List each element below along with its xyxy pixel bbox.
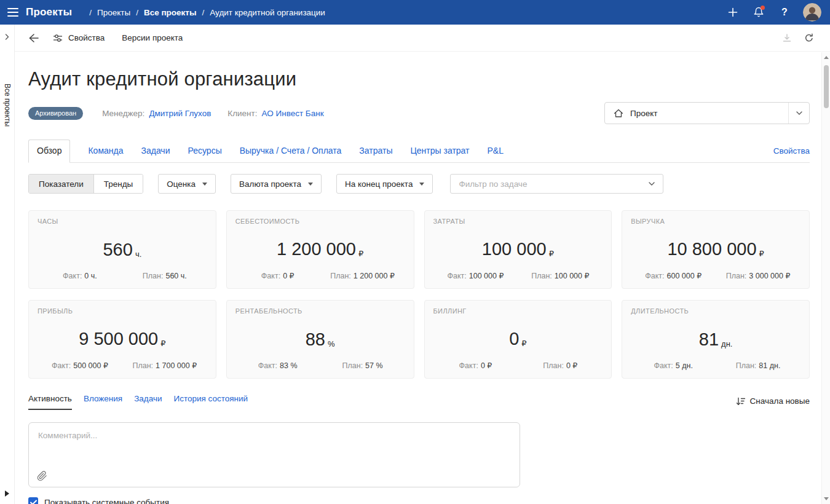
tab-costs[interactable]: Затраты bbox=[359, 140, 392, 162]
main-tabbar: Обзор Команда Задачи Ресурсы Выручка / С… bbox=[28, 140, 810, 163]
breadcrumb-item-all-projects[interactable]: Все проекты bbox=[144, 8, 197, 17]
house-icon bbox=[614, 109, 623, 118]
metric-unit: ч. bbox=[135, 250, 141, 259]
toggle-trends[interactable]: Тренды bbox=[93, 175, 143, 193]
metric-label: ВЫРУЧКА bbox=[631, 218, 800, 225]
project-versions-button[interactable]: Версии проекта bbox=[122, 33, 183, 42]
expand-panel-chevron-icon[interactable] bbox=[5, 34, 9, 40]
metric-unit: ₽ bbox=[549, 250, 554, 258]
metric-number: 10 800 000 bbox=[667, 240, 756, 258]
tab-pnl[interactable]: P&L bbox=[487, 140, 503, 162]
caret-down-icon bbox=[419, 183, 424, 186]
plan-value: 0 ₽ bbox=[566, 361, 577, 370]
refresh-icon[interactable] bbox=[804, 33, 814, 43]
main-area: Свойства Версии проекта Аудит кредитной … bbox=[15, 25, 830, 504]
plan-value: 57 % bbox=[365, 361, 383, 370]
fact-value: 600 000 ₽ bbox=[667, 272, 702, 280]
tab-team[interactable]: Команда bbox=[88, 140, 123, 162]
import-download-icon[interactable] bbox=[782, 33, 792, 43]
hamburger-menu-icon[interactable] bbox=[0, 0, 26, 25]
add-button[interactable] bbox=[722, 2, 743, 23]
toggle-indicators[interactable]: Показатели bbox=[29, 175, 93, 193]
tab-activity-tasks[interactable]: Задачи bbox=[134, 394, 162, 410]
view-toggle: Показатели Тренды bbox=[28, 174, 143, 194]
back-button[interactable] bbox=[28, 33, 39, 43]
sort-order-button[interactable]: Сначала новые bbox=[736, 396, 810, 410]
properties-button-label: Свойства bbox=[68, 33, 105, 42]
manager-link[interactable]: Дмитрий Глухов bbox=[149, 109, 211, 118]
tab-tasks[interactable]: Задачи bbox=[141, 140, 170, 162]
tab-overview[interactable]: Обзор bbox=[28, 140, 70, 163]
fact-value: 0 ₽ bbox=[283, 272, 294, 280]
properties-link[interactable]: Свойства bbox=[773, 146, 810, 162]
metric-card-costs: ЗАТРАТЫ 100 000₽ Факт:100 000 ₽ План:100… bbox=[424, 210, 612, 289]
system-events-checkbox[interactable] bbox=[28, 497, 38, 504]
comment-input[interactable] bbox=[29, 423, 520, 463]
metric-label: ЗАТРАТЫ bbox=[433, 218, 603, 225]
properties-button[interactable]: Свойства bbox=[53, 33, 105, 43]
task-filter-chevron[interactable] bbox=[641, 175, 663, 193]
metric-plan: План:81 дн. bbox=[716, 361, 800, 370]
dropdown-project-currency-label: Валюта проекта bbox=[239, 179, 301, 189]
metric-fact: Факт:0 ₽ bbox=[433, 361, 518, 370]
vertical-scrollbar[interactable] bbox=[821, 52, 830, 504]
project-type-button[interactable]: Проект bbox=[604, 102, 810, 124]
tab-revenue-invoices-payment[interactable]: Выручка / Счета / Оплата bbox=[240, 140, 342, 162]
plan-label: План: bbox=[342, 361, 363, 370]
tab-cost-centers[interactable]: Центры затрат bbox=[410, 140, 469, 162]
metric-number: 1 200 000 bbox=[277, 240, 356, 258]
metric-card-hours: ЧАСЫ 560ч. Факт:0 ч. План:560 ч. bbox=[28, 210, 216, 289]
plan-label: План: bbox=[531, 272, 552, 280]
metric-unit: ₽ bbox=[358, 250, 363, 258]
plan-value: 3 000 000 ₽ bbox=[749, 272, 790, 280]
topbar: Проекты / Проекты / Все проекты / Аудит … bbox=[0, 0, 830, 25]
tab-resources[interactable]: Ресурсы bbox=[188, 140, 222, 162]
metric-card-cost-price: СЕБЕСТОИМОСТЬ 1 200 000₽ Факт:0 ₽ План:1… bbox=[226, 210, 414, 289]
client-link[interactable]: АО Инвест Банк bbox=[262, 109, 324, 118]
scroll-down-arrow[interactable] bbox=[824, 497, 829, 500]
dropdown-estimate[interactable]: Оценка bbox=[158, 174, 216, 194]
app-title[interactable]: Проекты bbox=[26, 6, 72, 18]
project-versions-label: Версии проекта bbox=[122, 33, 183, 42]
metric-plan: План:560 ч. bbox=[122, 272, 207, 280]
metric-value: 560ч. bbox=[38, 225, 207, 272]
scroll-up-arrow[interactable] bbox=[824, 56, 829, 59]
attach-file-paperclip-icon[interactable] bbox=[37, 471, 47, 481]
metric-number: 100 000 bbox=[482, 240, 547, 258]
tab-attachments[interactable]: Вложения bbox=[84, 394, 122, 410]
fact-value: 83 % bbox=[280, 361, 298, 370]
expand-panel-triangle-icon[interactable] bbox=[5, 490, 9, 497]
plan-label: План: bbox=[543, 361, 564, 370]
user-avatar[interactable] bbox=[803, 3, 821, 22]
tab-state-history[interactable]: История состояний bbox=[173, 394, 248, 410]
metric-label: ДЛИТЕЛЬНОСТЬ bbox=[631, 307, 800, 315]
sort-descending-icon bbox=[736, 397, 745, 406]
side-panel-label: Все проекты bbox=[3, 84, 12, 127]
metric-plan: План:1 200 000 ₽ bbox=[320, 271, 405, 280]
metric-value: 10 800 000₽ bbox=[631, 225, 800, 271]
project-type-main[interactable]: Проект bbox=[605, 103, 788, 124]
filter-row: Показатели Тренды Оценка Валюта проекта … bbox=[28, 174, 810, 194]
tab-activity[interactable]: Активность bbox=[28, 394, 72, 410]
fact-value: 0 ₽ bbox=[481, 361, 492, 370]
metric-value: 1 200 000₽ bbox=[235, 225, 405, 271]
metric-label: БИЛЛИНГ bbox=[433, 307, 603, 315]
app-layout: Все проекты Свойства Версии проекта bbox=[0, 25, 830, 504]
metric-plan: План:1 700 000 ₽ bbox=[122, 361, 207, 370]
metric-plan: План:3 000 000 ₽ bbox=[716, 271, 800, 280]
breadcrumb-item-projects[interactable]: Проекты bbox=[97, 8, 130, 17]
dropdown-end-of-project[interactable]: На конец проекта bbox=[336, 174, 433, 194]
task-filter-input[interactable] bbox=[451, 175, 641, 193]
project-type-chevron[interactable] bbox=[788, 103, 809, 124]
fact-label: Факт: bbox=[258, 361, 277, 370]
metric-card-billing: БИЛЛИНГ 0₽ Факт:0 ₽ План:0 ₽ bbox=[424, 300, 612, 379]
check-icon bbox=[30, 500, 37, 504]
dropdown-project-currency[interactable]: Валюта проекта bbox=[231, 174, 322, 194]
breadcrumb-separator: / bbox=[136, 8, 138, 17]
dropdown-end-of-project-label: На конец проекта bbox=[345, 179, 413, 189]
help-icon[interactable]: ? bbox=[774, 2, 795, 23]
scrollbar-thumb[interactable] bbox=[824, 65, 829, 108]
notifications-bell-icon[interactable] bbox=[748, 2, 769, 23]
metric-number: 88 bbox=[306, 331, 325, 348]
metric-card-duration: ДЛИТЕЛЬНОСТЬ 81дн. Факт:5 дн. План:81 дн… bbox=[622, 300, 810, 379]
